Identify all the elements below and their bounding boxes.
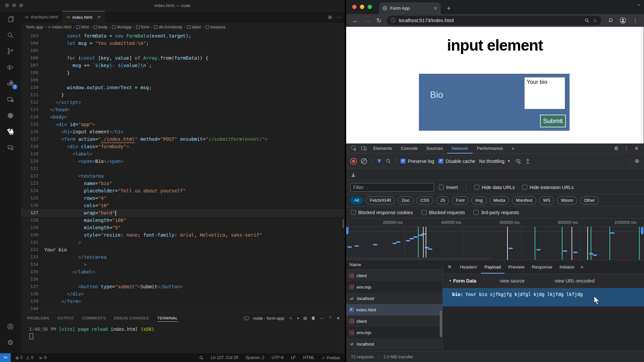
detail-tab-initiator[interactable]: Initiator: [556, 260, 578, 274]
detail-tab-payload[interactable]: Payload: [481, 260, 505, 274]
breadcrumb-item[interactable]: html: [76, 25, 89, 29]
terminal-process-label[interactable]: node - form-app: [253, 316, 284, 321]
code-line[interactable]: 112 </script>: [21, 99, 345, 106]
code-line[interactable]: 128 maxlength="100": [21, 217, 345, 224]
request-row-localhost[interactable]: ⇄localhost: [346, 293, 442, 304]
extensions-icon[interactable]: 3: [0, 75, 21, 92]
breadcrumb-item[interactable]: <>index.html: [48, 25, 71, 29]
code-line[interactable]: 126 cols="10": [21, 202, 345, 209]
maximize-panel-icon[interactable]: ⌃: [328, 316, 332, 321]
filter-option-invert[interactable]: Invert: [439, 185, 458, 190]
formatter-status[interactable]: ✓ Prettier: [322, 355, 340, 360]
type-chip-font[interactable]: Font: [452, 196, 469, 204]
network-timeline[interactable]: 200000 ms400000 ms600000 ms800000 ms1000…: [346, 219, 644, 260]
code-line[interactable]: 139 </form>: [21, 298, 345, 305]
request-list-scrollbar[interactable]: [440, 310, 442, 337]
type-chip-media[interactable]: Media: [489, 196, 509, 204]
network-settings-icon[interactable]: ⚙: [635, 158, 639, 164]
panel-tab-debug-console[interactable]: DEBUG CONSOLE: [114, 316, 149, 320]
status-search-icon[interactable]: [199, 356, 204, 360]
panel-more-icon[interactable]: ⋯: [320, 316, 324, 321]
code-line[interactable]: 118 <div class="formbody">: [21, 143, 345, 150]
code-line[interactable]: 133 </textarea: [21, 253, 345, 261]
request-row-client[interactable]: <>client: [346, 315, 442, 327]
address-bar[interactable]: ⓘ localhost:5173/index.html ☆: [387, 16, 601, 25]
new-tab-button[interactable]: ＋: [445, 4, 452, 12]
settings-gear-icon[interactable]: ⚙: [0, 335, 21, 351]
code-line[interactable]: 137 <button type="submit">Submit</button…: [21, 283, 345, 290]
bookmark-star-icon[interactable]: ☆: [593, 17, 597, 24]
code-line[interactable]: 122 <textarea: [21, 172, 345, 180]
code-line[interactable]: 110 window.output.innerText = msg;: [21, 84, 345, 91]
code-line[interactable]: 125 rows="4": [21, 194, 345, 202]
run-debug-icon[interactable]: [0, 59, 21, 75]
clear-network-icon[interactable]: [361, 158, 367, 164]
download-icon[interactable]: [351, 172, 356, 177]
type-chip-css[interactable]: CSS: [416, 196, 433, 204]
breadcrumb-item[interactable]: div#app: [112, 25, 131, 29]
code-line[interactable]: 138 </div>: [21, 290, 345, 298]
code-line[interactable]: 108 }: [21, 69, 345, 76]
search-icon[interactable]: [0, 27, 21, 43]
type-chip-fetch-xhr[interactable]: Fetch/XHR: [366, 196, 395, 204]
reload-button[interactable]: ↻: [376, 17, 381, 24]
editor-more-actions-icon[interactable]: ⋯: [337, 14, 341, 20]
close-tab-icon[interactable]: ✕: [434, 6, 437, 11]
code-line[interactable]: 134 >: [21, 261, 345, 268]
panel-tab-terminal[interactable]: TERMINAL: [157, 316, 178, 322]
extension-logo-icon[interactable]: [0, 108, 21, 124]
code-line[interactable]: 115 <div id="app">: [21, 121, 345, 128]
code-line[interactable]: 136: [21, 276, 345, 283]
type-chip-ws[interactable]: WS: [539, 196, 554, 204]
payload-entry[interactable]: bio: Your bio sjfkgjfg kjdfgl kjdg lkjfd…: [443, 288, 644, 306]
tab-index-html[interactable]: <> index.html ✕: [62, 11, 105, 23]
timeline-scrollbar[interactable]: [346, 257, 490, 260]
close-window-button[interactable]: [352, 5, 357, 9]
eol[interactable]: LF: [291, 355, 296, 360]
devtools-menu-icon[interactable]: ⋮: [624, 145, 629, 152]
panel-tab-output[interactable]: OUTPUT: [57, 316, 74, 320]
filter-option-hide-data-urls[interactable]: Hide data URLs: [474, 185, 515, 190]
account-icon[interactable]: [0, 318, 21, 335]
code-line[interactable]: 106 for (const [key, value] of Array.fro…: [21, 54, 345, 62]
detail-more-tabs-icon[interactable]: »: [581, 264, 584, 269]
code-line[interactable]: 103 const formData = new FormData(event.…: [21, 32, 345, 40]
detail-tab-preview[interactable]: Preview: [504, 260, 528, 274]
code-line[interactable]: 121: [21, 165, 345, 172]
code-line[interactable]: 127 wrap="hard": [21, 209, 345, 217]
throttling-dropdown[interactable]: No throttling ▼: [479, 159, 511, 164]
blocked-option-blocked-requests[interactable]: Blocked requests: [422, 210, 465, 215]
camel-extension-icon[interactable]: 🐪: [0, 124, 21, 140]
timeline-right-handle[interactable]: [641, 227, 643, 234]
request-row-env-mjs[interactable]: <>env.mjs: [346, 281, 442, 293]
form-data-section[interactable]: ▼ Form Data view source view URL-encoded: [443, 274, 644, 288]
kill-terminal-icon[interactable]: 🗑: [311, 316, 315, 320]
type-chip-js[interactable]: JS: [436, 196, 449, 204]
code-line[interactable]: 116 <h1>input element</h1>: [21, 128, 345, 135]
filter-funnel-icon[interactable]: [377, 159, 382, 164]
devtools-tab-sources[interactable]: Sources: [422, 143, 447, 154]
encoding[interactable]: UTF-8: [272, 355, 283, 360]
devtools-more-tabs-icon[interactable]: »: [507, 143, 519, 154]
tab-thankyou-html[interactable]: <> thankyou.html: [21, 11, 62, 23]
code-line[interactable]: 135 </label>: [21, 268, 345, 276]
terminal-output[interactable]: 3:48:56 PM [vite] page reload index.html…: [21, 324, 345, 339]
type-chip-manifest[interactable]: Manifest: [512, 196, 536, 204]
breadcrumb-item[interactable]: body: [94, 25, 107, 29]
view-source-link[interactable]: view source: [500, 278, 525, 284]
code-line[interactable]: 107 msg += `${key}: ${value}\n`;: [21, 62, 345, 69]
browser-tab[interactable]: Form App ✕: [379, 2, 441, 14]
problems-status[interactable]: ⊗0 ⚠0: [15, 355, 34, 360]
code-line[interactable]: 114 <body>: [21, 113, 345, 121]
timeline-left-handle[interactable]: [346, 227, 348, 234]
tab-overflow-icon[interactable]: ⌄: [637, 1, 641, 6]
breadcrumb-item[interactable]: textarea: [206, 25, 225, 29]
zoom-indicator-icon[interactable]: [585, 18, 589, 23]
new-terminal-icon[interactable]: ＋: [288, 315, 293, 321]
device-toolbar-icon[interactable]: [359, 146, 369, 151]
request-row-localhost[interactable]: ⇄localhost: [346, 338, 442, 350]
breadcrumb-item[interactable]: form-app: [26, 25, 43, 29]
record-network-icon[interactable]: [350, 158, 357, 165]
code-line[interactable]: 132Your bio: [21, 246, 345, 253]
disable-cache-checkbox[interactable]: Disable cache: [438, 159, 475, 164]
